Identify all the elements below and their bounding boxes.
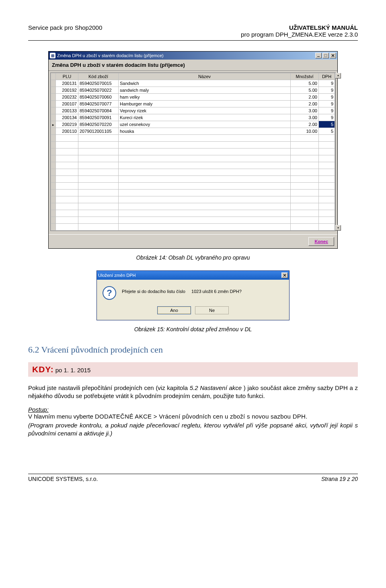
table-row-empty	[51, 217, 335, 224]
cell-plu[interactable]: 200110	[56, 128, 78, 135]
postup-label: Postup:	[28, 406, 358, 413]
row-indicator	[51, 80, 56, 87]
cell-kod[interactable]: 8594025070084	[78, 107, 119, 114]
window-footer: Konec	[49, 234, 337, 248]
figure-caption-15: Obrázek 15: Kontrolní dotaz před změnou …	[28, 326, 358, 332]
cell-plu[interactable]: 200232	[56, 94, 78, 101]
kdy-value: po 1. 1. 2015	[55, 367, 91, 373]
cell-dph[interactable]: 9	[319, 94, 335, 101]
maximize-icon	[324, 54, 327, 57]
dialog-close-button[interactable]	[281, 272, 288, 278]
cell-dph[interactable]: 5	[319, 128, 335, 135]
table-row-empty	[51, 155, 335, 162]
table-row-empty	[51, 142, 335, 149]
cell-kod[interactable]: 2079012001105	[78, 128, 119, 135]
cell-dph[interactable]: 9	[319, 80, 335, 87]
table-row-empty	[51, 203, 335, 210]
page-footer: UNICODE SYSTEMS, s.r.o. Strana 19 z 20	[28, 474, 358, 482]
cell-kod[interactable]: 8594025070220	[78, 121, 119, 128]
col-dph: DPH	[319, 73, 335, 80]
dialog-title: Uložení změn DPH	[98, 273, 136, 278]
chevron-up-icon	[337, 74, 339, 77]
cell-kod[interactable]: 8594025070060	[78, 94, 119, 101]
cell-nazev[interactable]: houska	[119, 128, 291, 135]
cell-nazev[interactable]: uzel cesnekovy	[119, 121, 291, 128]
chevron-down-icon	[337, 227, 339, 229]
cell-dph[interactable]: 9	[319, 101, 335, 107]
table-row[interactable]: 2002328594025070060ham velky2.009	[51, 94, 335, 101]
row-indicator	[51, 121, 56, 128]
cell-mn[interactable]: 5.00	[291, 80, 319, 87]
cell-nazev[interactable]: Veprovy rizek	[119, 107, 291, 114]
row-indicator	[51, 128, 56, 135]
dialog-no-button[interactable]: Ne	[195, 306, 229, 314]
table-row[interactable]: 2001348594025070091Kureci rizek3.009	[51, 114, 335, 121]
app-window: ⊞ Změna DPH u zboží v starém dodacím lis…	[48, 51, 338, 249]
row-indicator	[51, 87, 56, 94]
minimize-button[interactable]	[315, 53, 322, 58]
table-row-empty	[51, 224, 335, 231]
dialog-message: Přejete si do dodacího listu číslo 1023 …	[122, 286, 283, 295]
cell-mn[interactable]: 3.00	[291, 114, 319, 121]
cell-kod[interactable]: 8594025070022	[78, 87, 119, 94]
cell-dph[interactable]: 9	[319, 114, 335, 121]
table-row[interactable]: 2002198594025070220uzel cesnekovy2.005	[51, 121, 335, 128]
minimize-icon	[317, 54, 320, 57]
cell-kod[interactable]: 8594025070015	[78, 80, 119, 87]
svg-rect-0	[317, 56, 320, 57]
table-row[interactable]: 2001318594025070015Sandwich5.009	[51, 80, 335, 87]
footer-left: UNICODE SYSTEMS, s.r.o.	[28, 476, 98, 482]
table-row-empty	[51, 169, 335, 176]
table-row[interactable]: 2001102079012001105houska10.005	[51, 128, 335, 135]
cell-plu[interactable]: 200219	[56, 121, 78, 128]
cell-dph[interactable]: 9	[319, 87, 335, 94]
menu-instruction: V hlavním menu vyberte DODATEČNÉ AKCE > …	[28, 413, 358, 420]
col-kod: Kód zboží	[78, 73, 119, 80]
cell-plu[interactable]: 200192	[56, 87, 78, 94]
table-row-empty	[51, 196, 335, 203]
cell-kod[interactable]: 8594025070091	[78, 114, 119, 121]
panel-title: Změna DPH u zboží v starém dodacím listu…	[49, 60, 337, 71]
cell-mn[interactable]: 10.00	[291, 128, 319, 135]
menu-line-b: DODATEČNÉ AKCE > Vrácení původních cen u…	[95, 413, 308, 420]
cell-mn[interactable]: 2.00	[291, 121, 319, 128]
cell-nazev[interactable]: Sandwich	[119, 80, 291, 87]
window-title: Změna DPH u zboží v starém dodacím listu…	[57, 53, 164, 58]
cell-nazev[interactable]: ham velky	[119, 94, 291, 101]
cell-nazev[interactable]: Kureci rizek	[119, 114, 291, 121]
scroll-up-button[interactable]	[335, 73, 341, 78]
cell-mn[interactable]: 2.00	[291, 101, 319, 107]
titlebar: ⊞ Změna DPH u zboží v starém dodacím lis…	[49, 52, 337, 60]
scroll-down-button[interactable]	[335, 225, 341, 231]
header-rule	[28, 40, 358, 41]
konec-button[interactable]: Konec	[308, 237, 334, 246]
dialog-yes-button[interactable]: Ano	[157, 306, 191, 314]
cell-plu[interactable]: 200107	[56, 101, 78, 107]
table-row[interactable]: 2001078594025070077Hamburger maly2.009	[51, 101, 335, 107]
cell-mn[interactable]: 3.00	[291, 107, 319, 114]
close-button[interactable]	[330, 53, 336, 58]
cell-plu[interactable]: 200131	[56, 80, 78, 87]
grid-panel: PLU Kód zboží Název Množství DPH 2001318…	[49, 71, 337, 234]
cell-kod[interactable]: 8594025070077	[78, 101, 119, 107]
vertical-scrollbar[interactable]	[335, 73, 335, 231]
cell-mn[interactable]: 2.00	[291, 94, 319, 101]
cell-mn[interactable]: 5.00	[291, 87, 319, 94]
cell-dph[interactable]: 5	[319, 121, 335, 128]
cell-plu[interactable]: 200134	[56, 114, 78, 121]
cell-nazev[interactable]: sandwich maly	[119, 87, 291, 94]
header-right: UŽIVATELSKÝ MANUÁL pro program DPH_ZMENA…	[241, 24, 358, 38]
table-row-empty	[51, 149, 335, 155]
table-row-empty	[51, 190, 335, 196]
header-right-sub: pro program DPH_ZMENA.EXE verze 2.3.0	[241, 31, 358, 38]
maximize-button[interactable]	[322, 53, 329, 58]
dialog-titlebar: Uložení změn DPH	[97, 271, 289, 280]
cell-plu[interactable]: 200133	[56, 107, 78, 114]
cell-dph[interactable]: 9	[319, 107, 335, 114]
cell-nazev[interactable]: Hamburger maly	[119, 101, 291, 107]
menu-line-a: V hlavním menu vyberte	[28, 413, 95, 420]
table-row[interactable]: 2001928594025070022sandwich maly5.009	[51, 87, 335, 94]
data-table[interactable]: PLU Kód zboží Název Množství DPH 2001318…	[51, 73, 335, 231]
table-row-empty	[51, 176, 335, 183]
table-row[interactable]: 2001338594025070084Veprovy rizek3.009	[51, 107, 335, 114]
